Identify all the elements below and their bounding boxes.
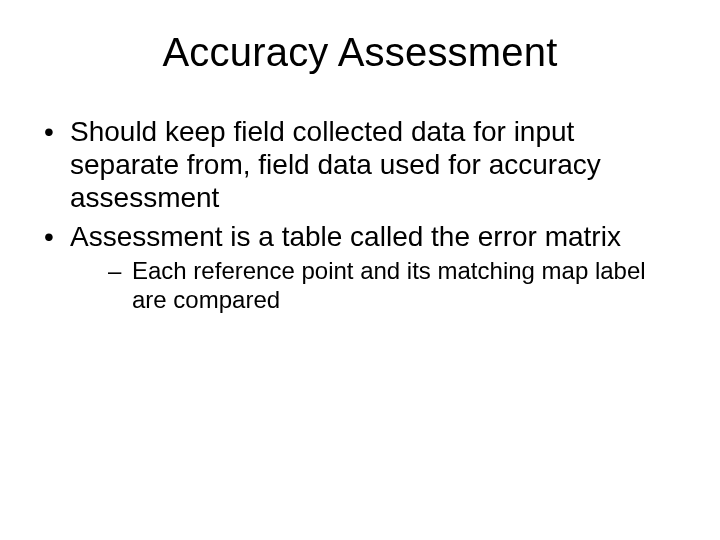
sub-bullet-item: Each reference point and its matching ma… (70, 257, 684, 315)
slide-title: Accuracy Assessment (36, 30, 684, 75)
bullet-list-level1: Should keep field collected data for inp… (36, 115, 684, 315)
bullet-item: Should keep field collected data for inp… (36, 115, 684, 214)
bullet-list-level2: Each reference point and its matching ma… (70, 257, 684, 315)
bullet-item: Assessment is a table called the error m… (36, 220, 684, 315)
slide: Accuracy Assessment Should keep field co… (0, 0, 720, 540)
bullet-text: Assessment is a table called the error m… (70, 221, 621, 252)
